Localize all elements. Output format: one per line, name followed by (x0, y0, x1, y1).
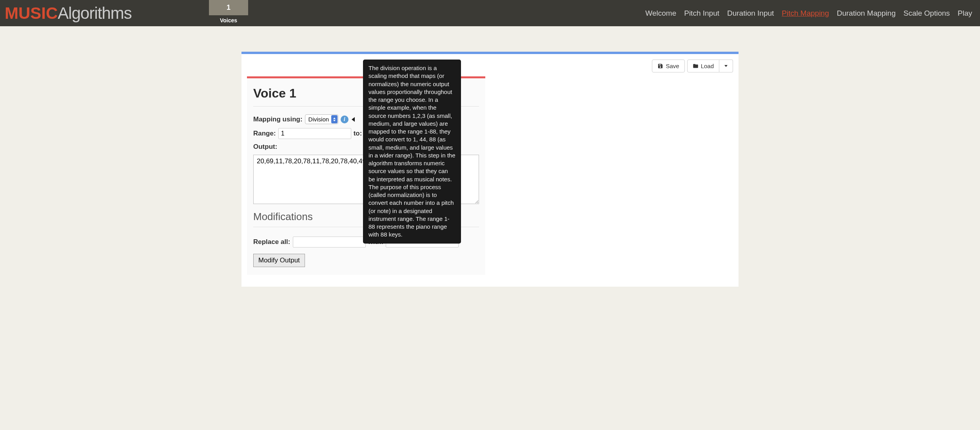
page-container: Save Load Voice 1 Mapping using: Divisio… (241, 52, 739, 287)
logo-bold: MUSIC (5, 4, 58, 22)
replace-input[interactable] (293, 237, 366, 248)
voice-panel: Voice 1 Mapping using: Division i Range:… (247, 76, 485, 275)
nav-play[interactable]: Play (958, 9, 972, 18)
caret-down-icon (724, 65, 728, 67)
voices-tab[interactable]: 1 Voices (209, 0, 248, 26)
replace-label: Replace all: (253, 238, 290, 246)
nav-pitch-mapping[interactable]: Pitch Mapping (782, 9, 829, 18)
mapping-label: Mapping using: (253, 116, 303, 123)
voices-label: Voices (220, 15, 237, 23)
tooltip-arrow-icon (352, 117, 355, 122)
nav-welcome[interactable]: Welcome (645, 9, 676, 18)
save-icon (657, 63, 663, 69)
page-toolbar: Save Load (247, 57, 733, 76)
save-button[interactable]: Save (652, 60, 684, 72)
main-nav: Welcome Pitch Input Duration Input Pitch… (645, 9, 980, 18)
nav-pitch-input[interactable]: Pitch Input (684, 9, 719, 18)
load-dropdown-toggle[interactable] (719, 60, 733, 72)
range-to-label: to: (354, 130, 362, 137)
voices-count: 1 (209, 0, 248, 15)
top-bar: MUSICAlgorithms 1 Voices Welcome Pitch I… (0, 0, 980, 26)
mapping-select[interactable]: Division (305, 114, 338, 124)
nav-duration-input[interactable]: Duration Input (727, 9, 774, 18)
folder-open-icon (693, 63, 699, 69)
app-logo: MUSICAlgorithms (0, 4, 132, 23)
mapping-select-wrap: Division (305, 114, 338, 124)
modify-output-button[interactable]: Modify Output (253, 254, 305, 267)
output-label: Output: (253, 143, 277, 151)
logo-light: Algorithms (58, 4, 131, 22)
tooltip-text: The division operation is a scaling meth… (368, 65, 456, 238)
info-icon[interactable]: i (341, 116, 348, 123)
mapping-tooltip: The division operation is a scaling meth… (363, 60, 461, 244)
nav-scale-options[interactable]: Scale Options (904, 9, 950, 18)
save-label: Save (666, 63, 679, 69)
load-label: Load (701, 63, 714, 69)
nav-duration-mapping[interactable]: Duration Mapping (837, 9, 896, 18)
load-button[interactable]: Load (687, 60, 719, 72)
load-button-group: Load (687, 60, 733, 72)
range-from-input[interactable] (278, 128, 351, 139)
range-label: Range: (253, 130, 276, 137)
